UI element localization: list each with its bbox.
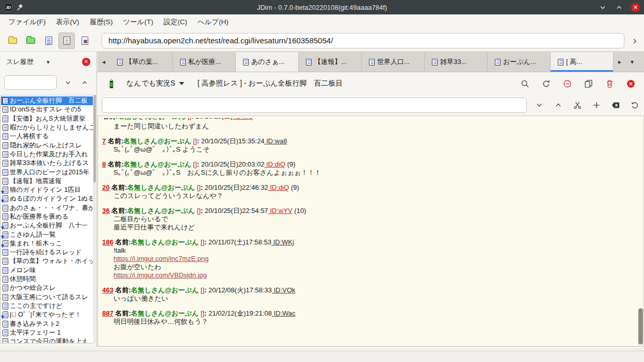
thread-list-view-button[interactable] [40,32,57,49]
sidebar-close-button[interactable]: ✕ [82,58,90,66]
delete-button[interactable] [604,78,615,89]
image-view-button[interactable] [76,32,93,49]
post-id-link[interactable]: ID:diQ [264,160,285,168]
sidebar-thread-item[interactable]: 猫のガイドライン 1匹目 [1,186,93,194]
sidebar-search-input[interactable] [4,75,57,90]
search-button[interactable] [520,78,530,89]
close-tab-button[interactable] [625,78,636,89]
write-post-button[interactable] [104,76,119,91]
menubar-item[interactable]: ファイル(F) [3,15,51,29]
post-number-link[interactable]: 186 [102,238,114,246]
jump-up-button[interactable] [553,100,564,110]
thread-tab[interactable]: 私が医療... [173,52,236,72]
post-id-link[interactable]: ID:diQ [268,184,289,191]
content-scrollbar-thumb[interactable] [638,308,643,344]
thread-tab[interactable]: 世界人口... [362,52,425,72]
post-id-link[interactable]: ID:Wac [272,309,296,317]
clear-backspace-button[interactable] [610,100,621,110]
sidebar-thread-item[interactable]: おーぷん全板行脚 百二板 [1,96,93,105]
sidebar-thread-item[interactable]: こさゆん語一覧 [1,230,93,239]
sidebar-thread-item[interactable]: あのさぁ・・・イワナ、書かな [1,204,93,212]
sidebar-thread-item[interactable]: 一人将棋する [1,132,93,141]
add-button[interactable] [591,100,602,110]
sidebar-thread-item[interactable]: 今日した作業及びお手入れ [1,150,93,159]
menubar-item[interactable]: ヘルプ(H) [192,15,234,29]
sidebar-thread-item[interactable]: 隠れ家的レベル上げスレ [1,141,93,150]
undo-button[interactable] [630,100,640,110]
tabs-scroll-left-icon[interactable]: ◂ [98,52,110,72]
thread-tab[interactable]: あのさぁ... [236,52,299,72]
thread-tab[interactable]: 雑草33... [425,52,488,72]
sidebar-dropdown-icon[interactable]: ▾ [47,59,50,65]
sidebar-thread-item[interactable]: 世界人口のピークは2015年 [1,168,93,176]
maximize-button[interactable] [615,3,624,12]
post-name-label: 名前: [114,238,131,246]
sidebar-thread-item[interactable]: かつや総合スレ [1,284,93,292]
pane-resize-handle[interactable] [0,347,644,351]
board-selector[interactable]: なんでも実況S [126,79,184,88]
jump-down-button[interactable] [534,100,544,110]
menubar-item[interactable]: 表示(V) [51,15,85,29]
post-number-link[interactable]: 20 [102,184,109,191]
thread-title-label: こさゆん語一覧 [10,231,56,239]
menubar-item[interactable]: 設定(C) [158,15,192,29]
sidebar-thread-item[interactable]: 大阪王将について語るスレ [1,293,93,302]
sidebar-thread-item[interactable]: |ﾟ Oﾟ ´|｢来てやったぞ！ [1,310,93,319]
sidebar-thread-item[interactable]: コンスで今日の運動を上え [1,337,93,343]
post-colon: : [201,184,205,191]
post-number-link[interactable]: 36 [102,207,109,215]
post-link[interactable]: https://i.imgur.com/VBDsjdn.jpg [114,271,207,279]
post-id-link[interactable]: ID:wYV [268,207,293,215]
thread-tab[interactable]: 【速報】... [299,52,362,72]
url-input[interactable] [102,33,624,48]
sidebar-thread-item[interactable]: 太平洋フェリー 1 [1,328,93,337]
sidebar-thread-item[interactable]: 【安価】おんS大統領選挙 [1,114,93,123]
thread-tab[interactable]: 【草の葉... [110,52,173,72]
search-down-button[interactable] [63,77,73,88]
sidebar-thread-item[interactable]: 【草の葉】ウォルト・ホイット [1,257,93,266]
post-link[interactable]: https://i.imgur.com/inc7mzE.png [114,255,208,262]
sidebar-thread-item[interactable]: ID:onSを出すスレ その5 [1,105,93,114]
thread-icon [3,169,8,176]
thread-view-button[interactable] [58,32,75,49]
board-list-button[interactable] [4,32,21,49]
minimize-button[interactable] [598,3,607,12]
thread-tab[interactable]: おーぷん... [488,52,551,72]
post-id-link[interactable]: ID:WKj [271,238,294,246]
extract-input[interactable] [102,97,527,113]
search-up-button[interactable] [79,77,90,88]
tabs-scroll-right-icon[interactable]: ▸ [614,52,626,72]
post-date: 20/12/08(火)17:58:33 [208,286,272,294]
post-id-link[interactable]: ID:VOk [272,286,296,294]
post: 463 名前:名無しさん@おーぷん []: 20/12/08(火)17:58:3… [102,286,638,303]
sidebar-thread-item[interactable]: 休憩時間 [1,275,93,284]
copy-button[interactable] [583,78,593,89]
thread-icon [3,178,8,185]
stop-button[interactable] [562,78,572,89]
sidebar-thread-item[interactable]: ここの主ですけど [1,302,93,310]
sidebar-thread-item[interactable]: 一行詩を続けるスレッド [1,248,93,257]
menubar-item[interactable]: 履歴(S) [85,15,118,29]
thread-tab[interactable]: [ 高... [551,52,614,72]
toolbar-overflow-icon[interactable]: › [630,35,640,46]
sidebar-thread-item[interactable]: 雑草33本抜いたら上げるス [1,159,93,168]
sidebar-thread-item[interactable]: おーぷん全板行脚 八十一 [1,221,93,230]
sidebar-thread-item[interactable]: 集まれ！栃木っこ [1,239,93,248]
sidebar-thread-item[interactable]: 書き込みテスト2 [1,319,93,328]
sidebar-thread-item[interactable]: メロン味 [1,266,93,275]
sidebar-thread-item[interactable]: 私が医療界を褒める [1,212,93,221]
sidebar-thread-item[interactable]: 暇だからしりとりしませんこ [1,123,93,132]
reload-button[interactable] [541,78,551,89]
post-number-link[interactable]: 887 [102,309,114,317]
close-window-button[interactable]: ✕ [631,3,640,12]
sidebar-thread-item[interactable]: 【速報】地震速報 [1,177,93,186]
favorites-button[interactable] [22,32,39,49]
tabs-menu-icon[interactable]: ▾ [626,52,638,72]
post-number-link[interactable]: 463 [102,286,114,294]
sidebar-scrollbar[interactable] [93,95,96,343]
menubar-item[interactable]: ツール(T) [118,15,158,29]
extract-scissors-button[interactable] [572,100,583,110]
post-id-link[interactable]: ID:diQ [233,118,253,120]
sidebar-thread-item[interactable]: ぬるぼのガイドライン 1ぬる [1,194,93,203]
post-id-link[interactable]: ID:wa8 [264,137,287,145]
